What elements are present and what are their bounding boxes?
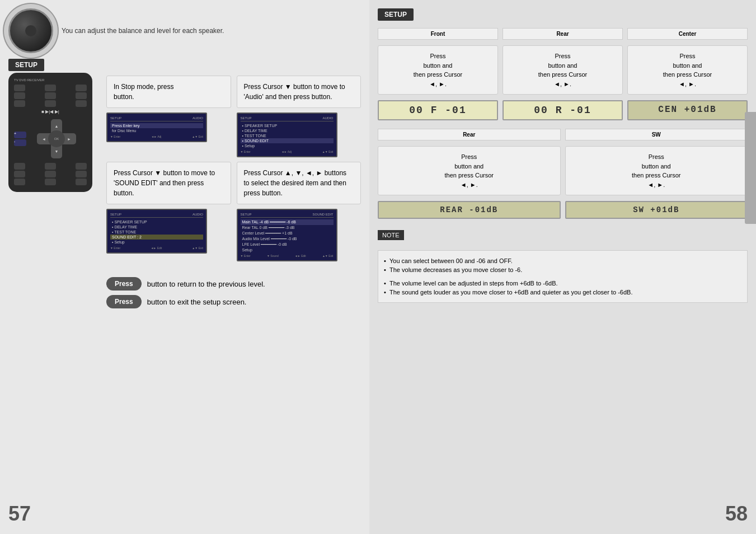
remote-btn-8[interactable] bbox=[45, 171, 56, 177]
left-content: In Stop mode, pressbutton. SETUP AUDIO P… bbox=[106, 76, 361, 308]
screen-item-3b: • DELAY TIME bbox=[110, 224, 203, 229]
step-3-box: Press Cursor ▼ button to move to 'SOUND … bbox=[106, 162, 231, 204]
screen-mockup-2: SETUP AUDIO • SPEAKER SETUP • DELAY TIME… bbox=[237, 113, 337, 157]
screen-item-1a: Press Enter key bbox=[110, 123, 203, 128]
screen-item-3c: • TEST TONE bbox=[110, 229, 203, 235]
left-page: You can adjust the balance and level for… bbox=[0, 0, 369, 534]
remote-btn-return[interactable] bbox=[45, 163, 56, 170]
remote-vol-row: + - ▲ ▼ ◄ ► OK bbox=[14, 116, 87, 161]
column-labels-row: Front Rear Center bbox=[378, 28, 748, 43]
subtitle: You can adjust the balance and level for… bbox=[62, 27, 224, 35]
remote-vol-down[interactable]: - bbox=[14, 139, 26, 146]
screen-item-4a: Main TAL -4 dB ━━━━━━━ -6 dB bbox=[241, 219, 334, 225]
screen-mockup-3: SETUP AUDIO • SPEAKER SETUP • DELAY TIME… bbox=[106, 209, 207, 254]
remote-vol-btns: + - bbox=[14, 132, 26, 146]
col-label-front: Front bbox=[378, 28, 498, 40]
remote-row-num bbox=[14, 171, 87, 177]
row2-labels: Rear SW bbox=[378, 129, 748, 143]
screen-header-2: SETUP AUDIO bbox=[241, 116, 334, 121]
screen-footer-4: ▼ Enter ▼ Sound ◄► Edit ▲▼ Exit bbox=[241, 254, 334, 257]
press-rear2-text: Pressbutton andthen press Cursor◄, ►. bbox=[445, 153, 494, 188]
logo-area: You can adjust the balance and level for… bbox=[8, 8, 361, 53]
remote-play-icon: ■ ▶|◀ ▶| bbox=[41, 109, 59, 114]
display-rear2: REAR -01dB bbox=[378, 201, 561, 219]
step-row-1: In Stop mode, pressbutton. SETUP AUDIO P… bbox=[106, 76, 361, 162]
press-box-center: Pressbutton andthen press Cursor◄, ►. bbox=[627, 45, 748, 95]
step-2-box: Press Cursor ▼ button to move to 'Audio'… bbox=[237, 76, 361, 108]
step-4-col: Press Cursor ▲, ▼, ◄, ► buttons to selec… bbox=[237, 162, 361, 266]
press-center-text: Pressbutton andthen press Cursor◄, ►. bbox=[663, 53, 712, 87]
note-header: NOTE bbox=[378, 230, 404, 240]
remote-row-3 bbox=[14, 100, 87, 107]
remote-btn-6[interactable] bbox=[76, 100, 87, 107]
screen-mockup-1: SETUP AUDIO Press Enter key for Disc Men… bbox=[106, 113, 207, 142]
display-row2: REAR -01dB SW +01dB bbox=[378, 198, 748, 219]
remote-btn-2[interactable] bbox=[45, 92, 56, 99]
col-label-rear-text: Rear bbox=[556, 31, 569, 37]
remote-btn-3[interactable] bbox=[76, 92, 87, 99]
screen-item-2d: • SOUND EDIT bbox=[241, 138, 334, 143]
step-3-text: Press Cursor ▼ button to move to 'SOUND … bbox=[114, 169, 215, 197]
remote-row-bottom bbox=[14, 163, 87, 170]
screen-item-2e: • Setup bbox=[241, 143, 334, 148]
remote-play-row: ■ ▶|◀ ▶| bbox=[14, 109, 87, 114]
remote-btn-12[interactable] bbox=[76, 179, 87, 185]
remote-row-2 bbox=[14, 92, 87, 99]
step-2-col: Press Cursor ▼ button to move to 'Audio'… bbox=[237, 76, 361, 162]
screen-item-4d: Audio Mix Level ━━━━━━━ -0 dB bbox=[241, 236, 334, 242]
remote-btn-mode[interactable] bbox=[76, 85, 87, 91]
remote-nav-enter[interactable]: OK bbox=[48, 130, 65, 147]
display-rear: 00 R -01 bbox=[503, 100, 623, 120]
remote-btn-7[interactable] bbox=[14, 171, 25, 177]
screen-footer-1: ▼ Enter ◄► Adj ▲▼ Exit bbox=[110, 135, 203, 138]
col-label-rear2: Rear bbox=[378, 129, 561, 140]
step-1-box: In Stop mode, pressbutton. bbox=[106, 76, 231, 108]
screen-item-4e: LFE Level ━━━━━━━ -0 dB bbox=[241, 242, 334, 247]
remote-btn-10[interactable] bbox=[14, 179, 25, 185]
remote-btn-5[interactable] bbox=[45, 100, 56, 107]
remote-control: TV DVD RECEIVER ■ ▶ bbox=[8, 73, 92, 192]
press-button-2[interactable]: Press bbox=[106, 295, 142, 308]
screen-item-4f: Setup bbox=[241, 247, 334, 252]
remote-btn-power[interactable] bbox=[14, 85, 25, 91]
remote-btn-1[interactable] bbox=[14, 92, 25, 99]
note-item-2: The volume decreases as you move closer … bbox=[384, 265, 741, 274]
press-sw-text: Pressbutton andthen press Cursor◄, ►. bbox=[632, 153, 680, 188]
remote-btn-exit[interactable] bbox=[76, 163, 87, 170]
page-number-right: 58 bbox=[725, 502, 748, 526]
col-label-rear: Rear bbox=[503, 28, 623, 40]
step-row-2: Press Cursor ▼ button to move to 'SOUND … bbox=[106, 162, 361, 266]
remote-btn-4[interactable] bbox=[14, 100, 25, 107]
right-page: SETUP Front Rear Center Pressbutton andt… bbox=[369, 0, 756, 534]
col-label-center: Center bbox=[627, 28, 748, 40]
press-box-rear: Pressbutton andthen press Cursor◄, ►. bbox=[503, 45, 623, 95]
remote-top: TV DVD RECEIVER bbox=[14, 78, 87, 82]
screen-header-3: SETUP AUDIO bbox=[110, 213, 203, 218]
press-row-1: Press button to return to the previous l… bbox=[106, 277, 361, 291]
display-sw: SW +01dB bbox=[565, 201, 748, 219]
col-label-rear2-text: Rear bbox=[463, 132, 475, 138]
screen-item-2c: • TEST TONE bbox=[241, 133, 334, 138]
right-section-header: SETUP bbox=[378, 8, 414, 21]
remote-vol-up[interactable]: + bbox=[14, 132, 26, 138]
col-label-sw: SW bbox=[565, 129, 748, 140]
screen-item-3d: SOUND EDIT : 2 bbox=[110, 235, 203, 240]
bottom-press-area: Press button to return to the previous l… bbox=[106, 277, 361, 308]
display-front: 00 F -01 bbox=[378, 100, 498, 120]
logo-circle bbox=[8, 8, 53, 53]
press-text-1: button to return to the previous level. bbox=[147, 280, 265, 288]
press-text-2: button to exit the setup screen. bbox=[147, 298, 247, 306]
press-button-1[interactable]: Press bbox=[106, 277, 142, 291]
step-1-col: In Stop mode, pressbutton. SETUP AUDIO P… bbox=[106, 76, 231, 162]
display-row1: 00 F -01 00 R -01 CEN +01dB bbox=[378, 97, 748, 120]
page: You can adjust the balance and level for… bbox=[0, 0, 756, 534]
note-box: You can select between 00 and -06 and OF… bbox=[378, 250, 748, 303]
remote-btn-9[interactable] bbox=[76, 171, 87, 177]
screen-item-4b: Rear TAL 0 dB ━━━━━━━ -3 dB bbox=[241, 225, 334, 231]
screen-item-3e: • Setup bbox=[110, 240, 203, 245]
display-center: CEN +01dB bbox=[627, 100, 748, 120]
remote-btn-tuner[interactable] bbox=[45, 85, 56, 91]
remote-btn-setup[interactable] bbox=[14, 163, 25, 170]
remote-nav-cross: ▲ ▼ ◄ ► OK bbox=[37, 119, 76, 158]
remote-btn-11[interactable] bbox=[45, 179, 56, 185]
